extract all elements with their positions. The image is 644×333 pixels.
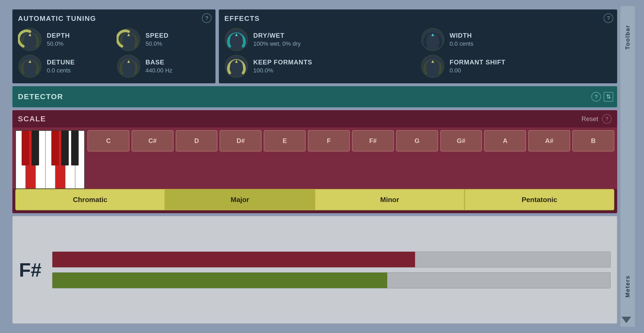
keep-formants-knob[interactable]: [224, 54, 248, 78]
piano: [15, 130, 85, 189]
dry-wet-knob[interactable]: [224, 28, 248, 52]
dry-wet-label: DRY/WET 100% wet, 0% dry: [253, 32, 301, 47]
note-button-Csharp[interactable]: C#: [132, 130, 174, 152]
depth-value: 50.0%: [47, 40, 70, 47]
automatic-tuning-panel: AUTOMATIC TUNING ? DEPTH: [12, 9, 216, 83]
formant-shift-value: 0.00: [450, 67, 505, 74]
scale-panel: SCALE Reset ?: [12, 110, 617, 213]
scale-type-button-chromatic[interactable]: Chromatic: [15, 189, 165, 210]
detector-expand-button[interactable]: ⇅: [604, 92, 613, 102]
sidebar-triangle: [622, 317, 631, 323]
meter-bar-2-container: [52, 272, 611, 288]
note-button-C[interactable]: C: [87, 130, 129, 152]
base-name: BASE: [145, 59, 172, 66]
automatic-tuning-help-button[interactable]: ?: [202, 13, 212, 23]
effects-help-button[interactable]: ?: [604, 13, 613, 23]
svg-rect-33: [51, 131, 59, 165]
speed-value: 50.0%: [145, 40, 168, 47]
note-button-D[interactable]: D: [176, 130, 218, 152]
note-button-A[interactable]: A: [484, 130, 526, 152]
meters-label: Meters: [624, 270, 631, 303]
base-knob-item: BASE 440.00 Hz: [117, 54, 210, 78]
speed-name: SPEED: [145, 32, 168, 39]
scale-type-button-minor[interactable]: Minor: [315, 189, 465, 210]
scale-content: CC#DD#EFF#GG#AA#B: [13, 127, 617, 189]
scale-type-button-pentatonic[interactable]: Pentatonic: [465, 189, 614, 210]
width-label: WIDTH 0.0 cents: [450, 32, 473, 47]
dry-wet-knob-item: DRY/WET 100% wet, 0% dry: [224, 28, 415, 52]
note-button-B[interactable]: B: [572, 130, 614, 152]
detune-knob[interactable]: [18, 54, 42, 78]
detector-title: DETECTOR: [18, 92, 63, 101]
formant-shift-name: FORMANT SHIFT: [450, 59, 505, 66]
svg-rect-31: [22, 131, 29, 165]
top-row: AUTOMATIC TUNING ? DEPTH: [12, 9, 617, 83]
effects-title: EFFECTS: [224, 14, 612, 23]
svg-rect-35: [71, 131, 79, 165]
scale-header-right: Reset ?: [581, 114, 612, 124]
base-value: 440.00 Hz: [145, 67, 172, 74]
tuning-knob-grid: DEPTH 50.0%: [18, 28, 210, 78]
sidebar: Toolbar Meters: [620, 6, 635, 327]
note-row: CC#DD#EFF#GG#AA#B: [87, 130, 614, 152]
detector-panel: DETECTOR ? ⇅: [12, 86, 617, 107]
scale-help-button[interactable]: ?: [602, 114, 612, 124]
depth-knob[interactable]: [18, 28, 42, 52]
speed-label: SPEED 50.0%: [145, 32, 168, 47]
base-label: BASE 440.00 Hz: [145, 59, 172, 74]
speed-knob-item: SPEED 50.0%: [117, 28, 210, 52]
width-knob-item: WIDTH 0.0 cents: [421, 28, 612, 52]
keep-formants-value: 100.0%: [253, 67, 312, 74]
detune-name: DETUNE: [47, 59, 75, 66]
speed-knob[interactable]: [117, 28, 141, 52]
depth-label: DEPTH 50.0%: [47, 32, 70, 47]
svg-rect-32: [32, 131, 39, 165]
width-value: 0.0 cents: [450, 40, 473, 47]
effects-panel: EFFECTS ? DRY/WET: [219, 9, 617, 83]
formant-shift-label: FORMANT SHIFT 0.00: [450, 59, 505, 74]
toolbar-label: Toolbar: [624, 20, 631, 55]
meter-note: F#: [19, 259, 46, 281]
base-knob[interactable]: [117, 54, 141, 78]
note-button-E[interactable]: E: [264, 130, 306, 152]
svg-rect-34: [61, 131, 69, 165]
detune-knob-item: DETUNE 0.0 cents: [18, 54, 111, 78]
piano-svg: [16, 131, 85, 189]
depth-knob-item: DEPTH 50.0%: [18, 28, 111, 52]
width-name: WIDTH: [450, 32, 473, 39]
dry-wet-name: DRY/WET: [253, 32, 301, 39]
note-buttons: CC#DD#EFF#GG#AA#B: [87, 130, 614, 189]
formant-shift-knob-item: FORMANT SHIFT 0.00: [421, 54, 612, 78]
note-button-Dsharp[interactable]: D#: [220, 130, 262, 152]
scale-header: SCALE Reset ?: [13, 110, 617, 127]
dry-wet-value: 100% wet, 0% dry: [253, 40, 301, 47]
width-knob[interactable]: [421, 28, 445, 52]
scale-reset-button[interactable]: Reset: [581, 115, 598, 123]
detune-value: 0.0 cents: [47, 67, 75, 74]
formant-shift-knob[interactable]: [421, 54, 445, 78]
scale-title: SCALE: [18, 115, 46, 123]
automatic-tuning-title: AUTOMATIC TUNING: [18, 14, 210, 23]
note-button-F[interactable]: F: [308, 130, 350, 152]
meter-bar-2: [52, 273, 387, 288]
keep-formants-label: KEEP FORMANTS 100.0%: [253, 59, 312, 74]
note-button-Asharp[interactable]: A#: [528, 130, 570, 152]
meter-bars: [52, 251, 611, 288]
depth-name: DEPTH: [47, 32, 70, 39]
note-button-Gsharp[interactable]: G#: [440, 130, 482, 152]
meter-bar-1: [52, 252, 415, 267]
meter-panel: F#: [12, 216, 617, 324]
detune-label: DETUNE 0.0 cents: [47, 59, 75, 74]
keep-formants-name: KEEP FORMANTS: [253, 59, 312, 66]
detector-controls: ? ⇅: [591, 92, 613, 102]
effects-knob-grid: DRY/WET 100% wet, 0% dry W: [224, 28, 612, 78]
scale-type-row: ChromaticMajorMinorPentatonic: [15, 189, 614, 210]
scale-type-button-major[interactable]: Major: [165, 189, 315, 210]
meter-bar-1-container: [52, 251, 611, 268]
note-button-G[interactable]: G: [396, 130, 438, 152]
note-button-Fsharp[interactable]: F#: [352, 130, 394, 152]
keep-formants-knob-item: KEEP FORMANTS 100.0%: [224, 54, 415, 78]
main-container: AUTOMATIC TUNING ? DEPTH: [9, 6, 635, 327]
detector-help-button[interactable]: ?: [591, 92, 601, 102]
content-area: AUTOMATIC TUNING ? DEPTH: [9, 6, 620, 327]
